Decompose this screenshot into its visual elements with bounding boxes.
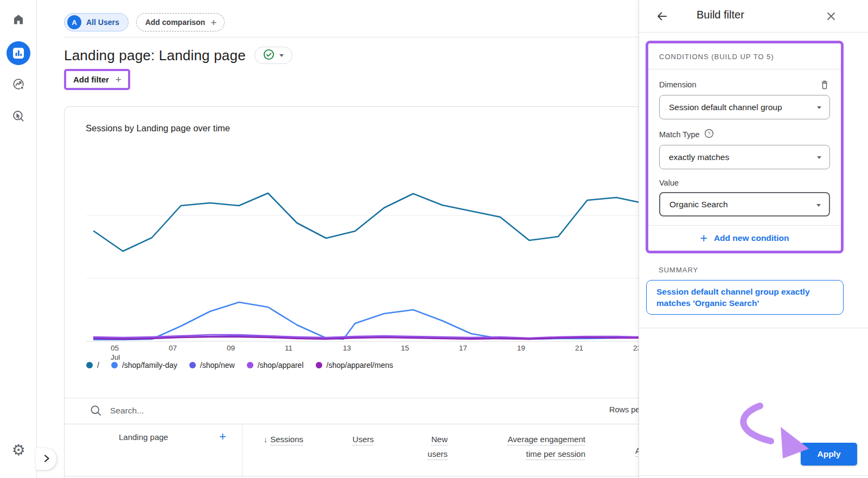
gear-icon: ⚙ [11, 443, 25, 458]
conditions-body: Dimension Session default channel group [648, 69, 841, 225]
help-icon[interactable]: ? [704, 129, 714, 140]
add-comparison-button[interactable]: Add comparison + [136, 13, 225, 31]
sidebar-item-reports[interactable] [0, 41, 37, 65]
legend-item: /shop/apparel [247, 361, 304, 369]
legend-item: / [86, 361, 99, 369]
column-header-landing-page[interactable]: Landing page [119, 432, 168, 442]
column-header-avg-engagement[interactable]: Average engagement time per session [504, 432, 585, 461]
conditions-title: CONDITIONS (BUILD UP TO 5) [648, 43, 841, 69]
check-circle-icon [263, 49, 275, 62]
legend-item: /shop/apparel/mens [316, 361, 393, 369]
column-divider [242, 424, 242, 478]
chart-series [94, 193, 640, 251]
legend-label: / [97, 361, 99, 369]
legend-dot [316, 362, 322, 368]
conditions-highlight-box: CONDITIONS (BUILD UP TO 5) Dimension Ses… [646, 41, 844, 253]
x-tick-label: 11 [285, 343, 309, 353]
column-header-users[interactable]: Users [314, 432, 374, 447]
svg-text:?: ? [707, 130, 710, 136]
title-row: Landing page: Landing page [64, 47, 292, 64]
divider [639, 475, 868, 476]
add-comparison-label: Add comparison [145, 18, 205, 27]
x-tick-label: 17 [459, 343, 483, 353]
search-input[interactable] [110, 403, 284, 418]
chevron-down-icon [817, 156, 821, 159]
add-filter-label: Add filter [73, 75, 109, 84]
legend-dot [189, 362, 196, 368]
delete-condition-button[interactable] [819, 79, 830, 90]
x-tick-label: 05Jul [111, 343, 135, 362]
reports-icon [7, 41, 30, 65]
legend-dot [247, 362, 253, 368]
legend-label: /shop/apparel/mens [327, 361, 393, 369]
chevron-down-icon [279, 54, 284, 57]
comparison-row: A All Users Add comparison + [64, 13, 225, 31]
add-filter-button[interactable]: Add filter + [66, 71, 128, 88]
sidebar: ⚙ [0, 0, 37, 478]
summary-box: Session default channel group exactly ma… [646, 280, 844, 315]
close-button[interactable] [826, 11, 837, 23]
legend-label: /shop/apparel [258, 361, 304, 369]
x-tick-label: 09 [227, 343, 251, 353]
column-header-sessions[interactable]: ↓Sessions [246, 432, 303, 447]
x-tick-label: 15 [401, 343, 425, 353]
x-tick-label: 21 [575, 343, 599, 353]
sidebar-item-advertising[interactable] [0, 105, 37, 129]
sidebar-item-admin[interactable]: ⚙ [0, 438, 37, 462]
segment-label: All Users [86, 18, 119, 27]
match-type-select[interactable]: exactly matches [659, 145, 830, 169]
legend-label: /shop/new [200, 361, 235, 369]
x-tick-label: 07 [169, 343, 193, 353]
advertising-icon [12, 110, 25, 125]
column-header-new-users[interactable]: New users [410, 432, 448, 461]
home-icon [12, 13, 25, 28]
x-axis-month-label: Jul [111, 353, 120, 361]
chevron-down-icon [817, 106, 821, 109]
page-title: Landing page: Landing page [64, 47, 246, 64]
avatar: A [67, 15, 81, 29]
plus-icon: + [210, 17, 216, 28]
legend-dot [111, 362, 118, 368]
panel-title: Build filter [697, 9, 744, 21]
trash-icon [819, 79, 830, 90]
sidebar-item-home[interactable] [0, 9, 37, 33]
legend-dot [86, 362, 93, 368]
segment-pill-all-users[interactable]: A All Users [64, 13, 129, 31]
dimension-select[interactable]: Session default channel group [659, 95, 830, 119]
value-label: Value [659, 179, 679, 187]
chart-title: Sessions by Landing page over time [86, 123, 230, 133]
sort-descending-icon: ↓ [264, 432, 268, 447]
add-new-condition-button[interactable]: + Add new condition [648, 225, 841, 251]
match-type-label: Match Type ? [659, 129, 714, 140]
legend-item: /shop/family-day [111, 361, 177, 369]
app-root: ⚙ A All Users Add comparison + Landing p… [0, 0, 868, 478]
sessions-line-chart [86, 151, 641, 342]
arrow-left-icon [655, 10, 668, 23]
value-select[interactable]: Organic Search [659, 192, 830, 216]
close-icon [826, 11, 837, 22]
search-icon [90, 405, 102, 417]
summary-title: SUMMARY [659, 266, 698, 274]
chevron-down-icon [816, 204, 821, 207]
build-filter-panel: Build filter CONDITIONS (BUILD UP TO 5) … [639, 0, 868, 478]
explore-icon [12, 78, 25, 93]
sidebar-item-explore[interactable] [0, 73, 37, 97]
legend-label: /shop/family-day [122, 361, 177, 369]
add-filter-highlight-box: Add filter + [64, 69, 130, 90]
add-dimension-button[interactable]: + [219, 430, 226, 444]
rows-per-page-label: Rows per [609, 405, 642, 414]
chevron-right-icon [42, 454, 50, 464]
legend-item: /shop/new [189, 361, 235, 369]
back-button[interactable] [655, 10, 668, 24]
x-axis-ticks: 05Jul070911131517192123 [86, 343, 641, 363]
plus-icon: + [700, 232, 707, 245]
dimension-label: Dimension [659, 80, 697, 89]
chart-legend: //shop/family-day/shop/new/shop/apparel/… [86, 361, 393, 369]
chart-series [94, 302, 640, 340]
divider [639, 328, 868, 328]
report-status-pill[interactable] [254, 47, 292, 64]
panel-header: Build filter [639, 0, 868, 33]
apply-button[interactable]: Apply [801, 443, 857, 466]
x-tick-label: 13 [343, 343, 367, 353]
plus-icon: + [116, 74, 122, 85]
